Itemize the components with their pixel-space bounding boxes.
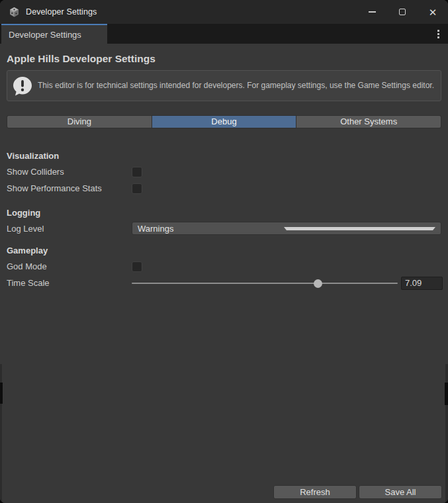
tab-developer-settings[interactable]: Developer Settings	[1, 24, 107, 44]
minimize-icon	[369, 11, 376, 13]
window-controls: ✕	[357, 0, 448, 24]
save-all-button[interactable]: Save All	[359, 485, 442, 499]
info-text: This editor is for technical settings in…	[38, 81, 434, 91]
content-area: Apple Hills Developer Settings This edit…	[0, 44, 448, 503]
god-mode-label: God Mode	[7, 261, 132, 271]
info-bubble-icon	[12, 75, 33, 97]
slider-track[interactable]	[132, 283, 398, 284]
time-scale-value-field[interactable]	[401, 277, 443, 290]
god-mode-checkbox[interactable]	[132, 261, 142, 272]
unity-cube-icon	[9, 7, 20, 18]
developer-settings-window: Developer Settings ✕ Developer Settings …	[0, 0, 448, 503]
slider-thumb[interactable]	[314, 279, 322, 288]
category-toolbar: Diving Debug Other Systems	[7, 115, 441, 128]
show-performance-stats-row: Show Performance Stats	[7, 180, 441, 197]
show-colliders-label: Show Colliders	[7, 167, 132, 177]
close-icon: ✕	[429, 7, 437, 17]
footer-buttons: Refresh Save All	[273, 485, 442, 499]
log-level-row: Log Level Warnings	[7, 220, 441, 236]
window-title: Developer Settings	[26, 7, 97, 17]
tab-debug[interactable]: Debug	[152, 116, 297, 128]
show-performance-stats-checkbox[interactable]	[132, 183, 142, 194]
refresh-button[interactable]: Refresh	[273, 485, 357, 499]
section-logging: Logging	[7, 208, 441, 218]
section-gameplay: Gameplay	[7, 246, 441, 256]
info-helpbox: This editor is for technical settings in…	[7, 70, 441, 101]
time-scale-label: Time Scale	[7, 278, 132, 288]
kebab-menu-icon[interactable]	[428, 24, 448, 44]
show-performance-stats-label: Show Performance Stats	[7, 183, 132, 193]
tab-diving[interactable]: Diving	[7, 116, 152, 128]
log-level-label: Log Level	[7, 224, 132, 234]
maximize-icon	[399, 9, 406, 15]
minimize-button[interactable]	[357, 0, 387, 24]
left-edge-dark-segment	[0, 383, 3, 404]
log-level-dropdown[interactable]: Warnings	[132, 222, 441, 235]
tab-other-systems[interactable]: Other Systems	[296, 116, 441, 128]
log-level-value: Warnings	[138, 224, 284, 234]
god-mode-row: God Mode	[7, 258, 441, 275]
section-visualization: Visualization	[7, 151, 441, 161]
show-colliders-row: Show Colliders	[7, 163, 441, 180]
time-scale-slider[interactable]	[132, 278, 398, 289]
window-titlebar[interactable]: Developer Settings ✕	[0, 0, 448, 24]
close-button[interactable]: ✕	[418, 0, 448, 24]
dock-tab-bar: Developer Settings	[0, 24, 448, 44]
maximize-button[interactable]	[387, 0, 418, 24]
right-edge-dark-segment	[445, 383, 448, 405]
time-scale-row: Time Scale	[7, 275, 441, 291]
page-title: Apple Hills Developer Settings	[7, 53, 441, 65]
chevron-down-icon	[284, 227, 435, 230]
show-colliders-checkbox[interactable]	[132, 167, 142, 177]
tab-label: Developer Settings	[9, 30, 81, 40]
